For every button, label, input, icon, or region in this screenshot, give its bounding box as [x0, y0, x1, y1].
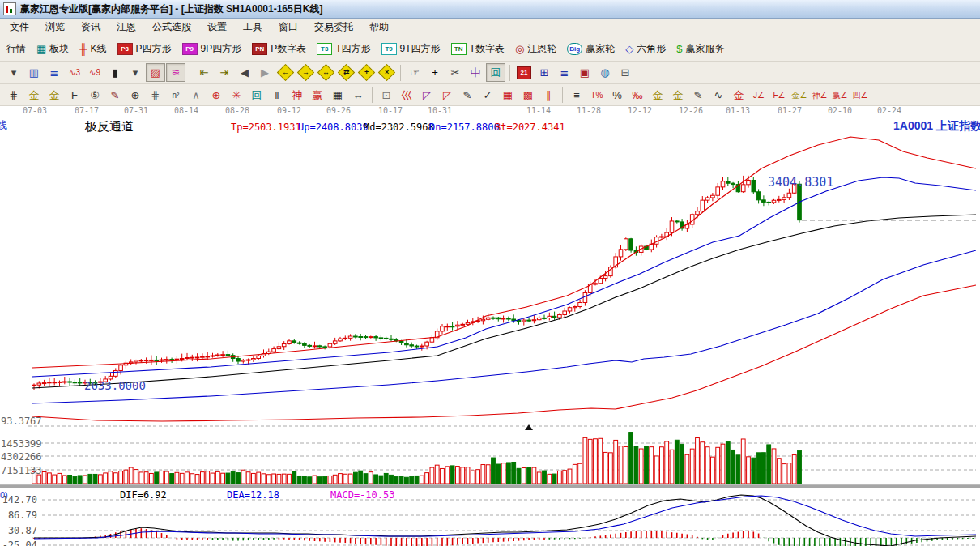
- wave-percent-icon[interactable]: ∿: [709, 86, 728, 105]
- gann-wheel-button[interactable]: ◎江恩轮: [515, 42, 556, 56]
- gold-grid2-icon[interactable]: 金: [45, 86, 64, 105]
- circle-grid-icon[interactable]: ⊕: [126, 86, 145, 105]
- p-table-button[interactable]: PNP数字表: [252, 42, 306, 56]
- check-line-icon[interactable]: ✓: [478, 86, 497, 105]
- pen-tool-icon[interactable]: ✎: [105, 86, 125, 105]
- crosshair-icon[interactable]: +: [425, 63, 445, 82]
- hexagon-button[interactable]: ◇六角形: [625, 42, 666, 56]
- t-percent-icon[interactable]: T%: [587, 86, 607, 105]
- menu-item-10[interactable]: 帮助: [361, 19, 397, 36]
- permille-icon[interactable]: ‰: [628, 86, 647, 105]
- fan-box-purple-icon[interactable]: ◸: [417, 86, 437, 105]
- menu-item-4[interactable]: 江恩: [109, 19, 144, 36]
- ying-grid-icon[interactable]: 赢: [308, 86, 327, 105]
- wave-9-icon[interactable]: ∿9: [85, 63, 104, 82]
- candle-style-dropdown-icon[interactable]: ▾: [126, 63, 145, 82]
- info-panel-icon[interactable]: ≣: [45, 63, 64, 82]
- width-measure-icon[interactable]: ↔: [348, 86, 368, 105]
- t-square-button[interactable]: T3T四方形: [317, 42, 370, 56]
- candle-style-icon[interactable]: ▮: [105, 63, 125, 82]
- kline-button[interactable]: ╫K线: [79, 42, 106, 56]
- circle-cross-icon[interactable]: ⊕: [207, 86, 226, 105]
- gold-angle-icon[interactable]: 金∠: [790, 86, 809, 105]
- volume-profile-icon[interactable]: ≋: [166, 63, 185, 82]
- chart-window-icon[interactable]: ▥: [24, 63, 44, 82]
- gold-grid-icon[interactable]: 金: [24, 86, 44, 105]
- fan-red-icon[interactable]: 巛: [397, 86, 416, 105]
- menu-item-1[interactable]: 文件: [2, 19, 37, 36]
- 9t-square-button[interactable]: T99T四方形: [381, 42, 441, 56]
- ying-angle-icon[interactable]: 赢∠: [830, 86, 850, 105]
- menu-item-6[interactable]: 设置: [199, 19, 235, 36]
- menu-item-9[interactable]: 交易委托: [306, 19, 361, 36]
- report-icon[interactable]: ≣: [555, 63, 574, 82]
- measure-cut-icon[interactable]: ✂: [445, 63, 465, 82]
- view-mode-dropdown-icon[interactable]: ▾: [4, 63, 23, 82]
- t-table-button[interactable]: TNT数字表: [451, 42, 505, 56]
- winner-service-button[interactable]: $赢家服务: [676, 42, 724, 56]
- calendar-icon[interactable]: 21: [514, 63, 534, 82]
- pause-mark-icon[interactable]: ‖: [267, 86, 287, 105]
- spiral5-icon[interactable]: ⑤: [85, 86, 104, 105]
- web-export-icon[interactable]: ◍: [595, 63, 615, 82]
- expand-all-icon[interactable]: +: [356, 63, 376, 82]
- 9p-square-button-icon: P9: [182, 43, 198, 55]
- winner-wheel-button[interactable]: Big赢家轮: [567, 42, 615, 56]
- n-squared-icon[interactable]: n²: [166, 86, 185, 105]
- shen-grid-icon[interactable]: 神: [288, 86, 307, 105]
- fibonacci-grid-icon[interactable]: F: [65, 86, 84, 105]
- chart-canvas[interactable]: [0, 117, 980, 546]
- number-grid-icon[interactable]: ▦: [328, 86, 347, 105]
- region-stats-icon[interactable]: ▨: [146, 63, 165, 82]
- p-square-button[interactable]: P3P四方形: [117, 42, 172, 56]
- f-angle-icon[interactable]: F∠: [769, 86, 789, 105]
- shrink-all-icon[interactable]: ×: [377, 63, 396, 82]
- gold-circle-icon[interactable]: 金: [648, 86, 667, 105]
- pan-hand-icon[interactable]: ☞: [405, 63, 424, 82]
- pattern-match-icon[interactable]: 回: [486, 63, 505, 82]
- j-angle-icon[interactable]: J∠: [749, 86, 769, 105]
- chart-area[interactable]: 线极反通道Tp=2503.1931Up=2408.8039Md=2302.596…: [0, 117, 980, 546]
- percent-icon[interactable]: %: [607, 86, 627, 105]
- gann-seal-icon[interactable]: 中: [466, 63, 485, 82]
- sectors-button[interactable]: ▦板块: [36, 42, 69, 56]
- parallel-lines-icon[interactable]: ∥: [539, 86, 558, 105]
- menu-item-2[interactable]: 浏览: [37, 19, 73, 36]
- box-tool-icon[interactable]: ⊡: [377, 86, 396, 105]
- quotes-button[interactable]: 行情: [6, 42, 26, 56]
- angle-mirror-icon[interactable]: ∧: [186, 86, 206, 105]
- menu-item-8[interactable]: 窗口: [271, 19, 306, 36]
- title-bar[interactable]: 赢家江恩专业版[赢家内部服务平台] - [上证指数 SH1A0001-165日K…: [0, 0, 980, 19]
- pan-left-icon[interactable]: ←: [275, 63, 295, 82]
- gold-lines-icon[interactable]: 金: [668, 86, 688, 105]
- brush-icon[interactable]: ✎: [688, 86, 708, 105]
- four-angle-icon[interactable]: 四∠: [850, 86, 870, 105]
- trend-pen-icon[interactable]: ✎: [458, 86, 477, 105]
- next-bar-icon[interactable]: ▶: [255, 63, 275, 82]
- shrink-x-icon[interactable]: ⇄: [336, 63, 356, 82]
- starburst-icon[interactable]: ✳: [227, 86, 246, 105]
- wave-3-icon[interactable]: ∿3: [65, 63, 84, 82]
- pan-right-icon[interactable]: →: [296, 63, 315, 82]
- grid-red-icon[interactable]: ▦: [498, 86, 518, 105]
- dense-grid-icon[interactable]: ⋕: [146, 86, 165, 105]
- save-icon[interactable]: ▣: [575, 63, 594, 82]
- shen-angle-icon[interactable]: 神∠: [810, 86, 829, 105]
- 9p-square-button[interactable]: P99P四方形: [182, 42, 242, 56]
- calculator-icon[interactable]: ⊞: [535, 63, 554, 82]
- menu-item-3[interactable]: 资讯: [73, 19, 109, 36]
- print-icon[interactable]: ⊟: [616, 63, 635, 82]
- menu-item-7[interactable]: 工具: [235, 19, 271, 36]
- prev-bar-icon[interactable]: ◀: [235, 63, 254, 82]
- menu-item-5[interactable]: 公式选股: [144, 19, 199, 36]
- expand-x-icon[interactable]: ↔: [316, 63, 335, 82]
- square-target-icon[interactable]: 回: [247, 86, 266, 105]
- gann-grid-icon[interactable]: ⋕: [4, 86, 23, 105]
- toolbar-separator: [190, 65, 190, 81]
- grid-box-red-icon[interactable]: ▩: [518, 86, 538, 105]
- first-bar-icon[interactable]: ⇤: [194, 63, 214, 82]
- last-bar-icon[interactable]: ⇥: [215, 63, 234, 82]
- bars-tool-icon[interactable]: ≡: [567, 86, 586, 105]
- fan-box-red-icon[interactable]: ◸: [437, 86, 457, 105]
- gold-bar-icon[interactable]: 金: [729, 86, 748, 105]
